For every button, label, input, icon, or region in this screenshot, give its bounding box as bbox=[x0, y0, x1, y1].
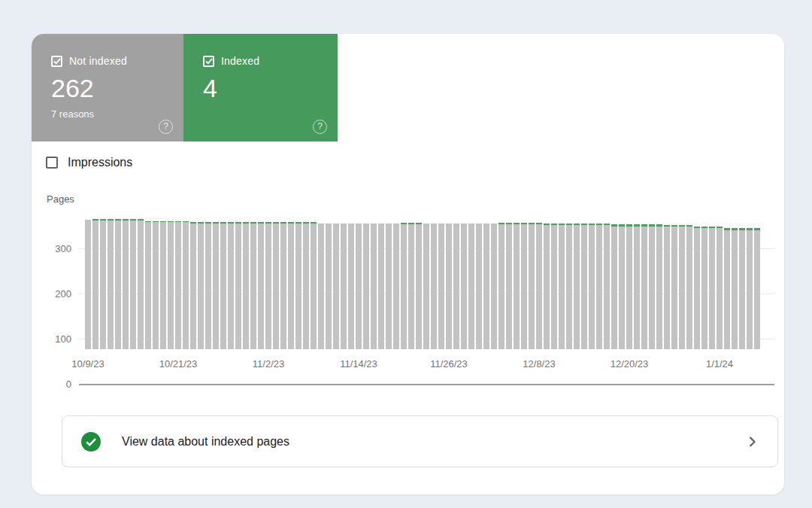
chart-bar[interactable] bbox=[108, 219, 114, 349]
not-indexed-card[interactable]: Not indexed 262 7 reasons ? bbox=[32, 34, 183, 141]
chart-bar[interactable] bbox=[604, 224, 610, 349]
chart-bar[interactable] bbox=[551, 224, 557, 349]
chart-bar[interactable] bbox=[641, 224, 647, 349]
chart-bar[interactable] bbox=[326, 224, 332, 349]
chart-bar[interactable] bbox=[529, 223, 535, 349]
chart-bar[interactable] bbox=[506, 223, 512, 349]
chart-bar[interactable] bbox=[258, 222, 264, 349]
chart-bar[interactable] bbox=[438, 224, 444, 349]
chart-bar[interactable] bbox=[739, 228, 745, 349]
chart-bar[interactable] bbox=[611, 224, 617, 349]
chart-bar[interactable] bbox=[213, 222, 219, 349]
chart-bar[interactable] bbox=[521, 223, 527, 349]
chart-bar[interactable] bbox=[461, 224, 467, 349]
chart-bar[interactable] bbox=[235, 222, 241, 349]
chart-bar[interactable] bbox=[634, 224, 640, 349]
chart-bar[interactable] bbox=[280, 222, 286, 349]
chart-bar[interactable] bbox=[303, 222, 309, 349]
chart-bar[interactable] bbox=[724, 228, 730, 349]
chart-bar[interactable] bbox=[220, 222, 226, 349]
chart-bar[interactable] bbox=[183, 221, 189, 349]
chart-bar[interactable] bbox=[205, 222, 211, 349]
chart-bar[interactable] bbox=[333, 224, 339, 349]
chart-bar[interactable] bbox=[431, 224, 437, 349]
chart-bar[interactable] bbox=[446, 224, 452, 349]
chart-bar[interactable] bbox=[401, 223, 407, 349]
chart-bar[interactable] bbox=[100, 219, 106, 349]
chart-bar[interactable] bbox=[243, 222, 249, 349]
chart-bar[interactable] bbox=[747, 228, 753, 349]
checkbox-unchecked-icon[interactable] bbox=[46, 157, 58, 169]
chart-bar[interactable] bbox=[160, 221, 166, 349]
chart-bar[interactable] bbox=[265, 222, 271, 349]
chart-bar[interactable] bbox=[686, 225, 692, 349]
chart-bar[interactable] bbox=[483, 224, 489, 349]
chart-bar[interactable] bbox=[168, 221, 174, 349]
chart-bar[interactable] bbox=[175, 221, 181, 349]
chart-bar[interactable] bbox=[701, 227, 707, 349]
chart-bar[interactable] bbox=[544, 224, 550, 349]
chart-bar[interactable] bbox=[491, 224, 497, 349]
chart-bar[interactable] bbox=[288, 222, 294, 349]
chart-bar[interactable] bbox=[363, 224, 369, 349]
chart-bar[interactable] bbox=[250, 222, 256, 349]
chart-bar[interactable] bbox=[348, 224, 354, 349]
chart-bar[interactable] bbox=[679, 225, 685, 349]
chart-bar[interactable] bbox=[92, 219, 98, 349]
impressions-toggle[interactable]: Impressions bbox=[46, 156, 132, 169]
chart-bar[interactable] bbox=[717, 227, 723, 349]
chart-bar[interactable] bbox=[671, 225, 677, 349]
chart-bar[interactable] bbox=[393, 224, 399, 349]
help-icon[interactable]: ? bbox=[159, 120, 173, 134]
chart-bar[interactable] bbox=[468, 224, 474, 349]
chart-bar[interactable] bbox=[536, 223, 542, 349]
chart-bar[interactable] bbox=[408, 223, 414, 349]
chart-bar[interactable] bbox=[626, 224, 632, 349]
chart-bar[interactable] bbox=[295, 222, 301, 349]
chart-bar[interactable] bbox=[574, 224, 580, 349]
chart-bar[interactable] bbox=[341, 224, 347, 349]
chart-bar[interactable] bbox=[754, 228, 760, 349]
chart-bar[interactable] bbox=[559, 224, 565, 349]
chart-bar[interactable] bbox=[130, 219, 136, 349]
view-indexed-data-link[interactable]: View data about indexed pages bbox=[62, 415, 778, 467]
checkbox-checked-icon[interactable] bbox=[203, 56, 214, 67]
chart-bar[interactable] bbox=[371, 224, 377, 349]
chart-bar[interactable] bbox=[228, 222, 234, 349]
chart-bar[interactable] bbox=[694, 227, 700, 349]
indexed-card[interactable]: Indexed 4 ? bbox=[183, 34, 338, 141]
chart-bar[interactable] bbox=[596, 224, 602, 349]
chart-bar[interactable] bbox=[656, 224, 662, 349]
chart-bar[interactable] bbox=[498, 223, 504, 349]
chart-bar[interactable] bbox=[664, 225, 670, 349]
chart-bar[interactable] bbox=[386, 224, 392, 349]
chart-bar[interactable] bbox=[153, 221, 159, 349]
chart-bar[interactable] bbox=[190, 222, 196, 349]
chart-bar[interactable] bbox=[378, 224, 384, 349]
chart-bar[interactable] bbox=[709, 227, 715, 349]
chart-bar[interactable] bbox=[115, 219, 121, 349]
chart-bar[interactable] bbox=[732, 228, 738, 349]
chart-bar[interactable] bbox=[581, 224, 587, 349]
chart-bar[interactable] bbox=[589, 224, 595, 349]
chart-bar[interactable] bbox=[356, 224, 362, 349]
chart-bar[interactable] bbox=[423, 224, 429, 349]
chart-bar[interactable] bbox=[138, 219, 144, 349]
checkbox-checked-icon[interactable] bbox=[51, 56, 62, 67]
chart-bar[interactable] bbox=[318, 224, 324, 349]
chart-bar[interactable] bbox=[453, 224, 459, 349]
chart-bar[interactable] bbox=[123, 219, 129, 349]
chart-bar[interactable] bbox=[649, 224, 655, 349]
chart-bar[interactable] bbox=[566, 224, 572, 349]
chevron-right-icon[interactable] bbox=[748, 436, 756, 448]
chart-bar[interactable] bbox=[145, 221, 151, 349]
chart-bar[interactable] bbox=[198, 222, 204, 349]
chart-bar[interactable] bbox=[476, 224, 482, 349]
chart-bar[interactable] bbox=[311, 222, 317, 349]
chart-bar[interactable] bbox=[85, 220, 91, 349]
chart-bar[interactable] bbox=[416, 223, 422, 349]
help-icon[interactable]: ? bbox=[313, 120, 327, 134]
chart-bar[interactable] bbox=[619, 224, 625, 349]
chart-bar[interactable] bbox=[273, 222, 279, 349]
chart-bar[interactable] bbox=[514, 223, 520, 349]
